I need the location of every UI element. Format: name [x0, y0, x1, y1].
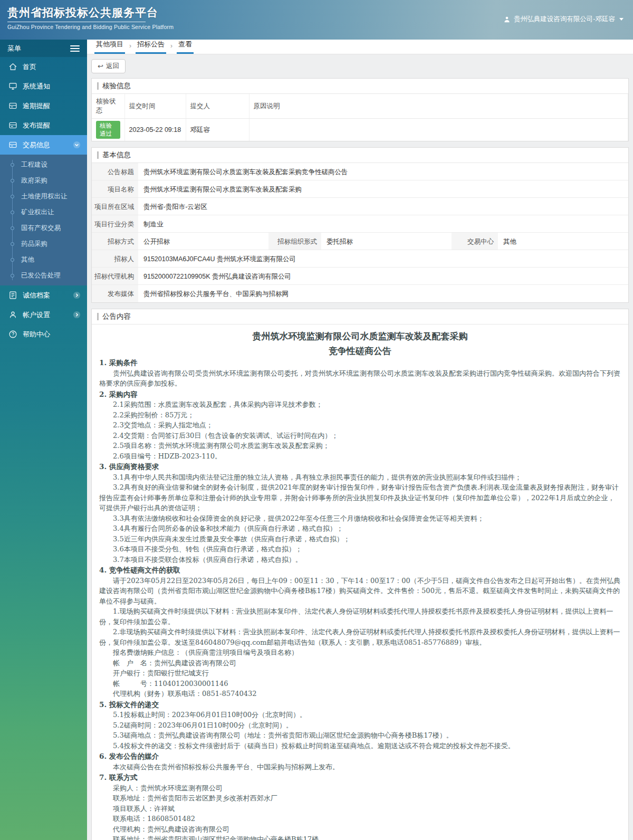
breadcrumb-item-view[interactable]: 查看 [177, 40, 194, 54]
doc-paragraph: 2.1采购范围：水质监测车改装及配套，具体采购内容详见技术参数； [99, 399, 621, 410]
card-icon [8, 121, 17, 130]
field-value: 91520103MA6J0FCA4U 贵州筑水环境监测有限公司 [138, 250, 628, 267]
verify-table-row: 核验通过 2023-05-22 09:18 邓廷容 [92, 119, 628, 141]
hamburger-icon[interactable] [70, 44, 80, 53]
sidebar-item-home[interactable]: 首页 [0, 57, 87, 77]
col-reason: 原因说明 [249, 94, 628, 119]
field-label: 项目行业分类 [92, 215, 138, 232]
doc-title-line1: 贵州筑水环境监测有限公司水质监测车改装及配套采购 [99, 330, 621, 342]
sidebar-item-help-center[interactable]: 帮助中心 [0, 324, 87, 344]
field-label: 发布媒体 [92, 285, 138, 302]
submenu-item-construction[interactable]: 工程建设 [0, 157, 87, 173]
announcement-panel-title: 公告内容 [102, 312, 131, 321]
verify-status-cell: 核验通过 [92, 119, 124, 141]
chevron-right-icon [73, 291, 81, 299]
app-window: 贵州省招标投标公共服务平台 GuiZhou Province Tendering… [0, 0, 633, 840]
submenu-item-land-use[interactable]: 土地使用权出让 [0, 188, 87, 204]
doc-paragraph: 联系电话：18608501482 [99, 814, 621, 824]
field-label: 招标代理机构 [92, 268, 138, 284]
list-icon [8, 291, 17, 300]
doc-paragraph: 3.7本项目不接受联合体投标（供应商自行承诺，格式自拟）。 [99, 555, 621, 565]
doc-section-heading: 6. 发布公告的媒介 [99, 751, 621, 762]
submenu-item-published-notices[interactable]: 已发公告处理 [0, 268, 87, 283]
field-label: 公告标题 [92, 163, 138, 180]
person-icon [8, 310, 17, 319]
field-value: 制造业 [138, 215, 628, 232]
top-header: 贵州省招标投标公共服务平台 GuiZhou Province Tendering… [0, 0, 633, 40]
card-icon [8, 140, 17, 149]
field-value: 贵州筑水环境监测有限公司水质监测车改装及配套采购竞争性磋商公告 [138, 163, 628, 180]
chevron-right-icon [73, 311, 81, 319]
doc-paragraph: 2.非现场购买磋商文件时须提供以下材料：营业执照副本复印件、法定代表人身份证明材… [99, 627, 621, 647]
field-row-industry: 项目行业分类 制造业 [92, 215, 628, 233]
back-button[interactable]: ↩ 返回 [91, 59, 126, 73]
verify-panel-header: 核验信息 [92, 79, 628, 94]
doc-paragraph: 3.6本项目不接受分包、转包（供应商自行承诺，格式自拟）； [99, 544, 621, 555]
submenu-item-gov-procurement[interactable]: 政府采购 [0, 173, 87, 188]
submenu-item-mining-rights[interactable]: 矿业权出让 [0, 204, 87, 220]
sidebar-item-overdue-reminder[interactable]: 逾期提醒 [0, 96, 87, 116]
chevron-down-icon [619, 18, 624, 21]
doc-paragraph: 请于2023年05月22日至2023年05月26日，每日上午09：00至11：3… [99, 576, 621, 607]
doc-paragraph: 联系地址：贵州省贵阳市观山湖区世纪金源购物中心商务楼B栋17楼 [99, 834, 621, 840]
field-value: 公开招标 [138, 233, 268, 250]
field-label: 项目名称 [92, 180, 138, 197]
sidebar: 菜单 首页 系统通知 逾期提醒 发布提醒 交易信息 [0, 40, 87, 840]
field-row-media: 发布媒体 贵州省招标投标公共服务平台、中国采购与招标网 [92, 285, 628, 302]
field-row-notice-title: 公告标题 贵州筑水环境监测有限公司水质监测车改装及配套采购竞争性磋商公告 [92, 163, 628, 180]
doc-paragraph: 5.3磋商地点：贵州弘典建设咨询有限公司（地址：贵州省贵阳市观山湖区世纪金源购物… [99, 730, 621, 741]
submenu-item-other[interactable]: 其他 [0, 252, 87, 268]
doc-paragraph: 采购人：贵州筑水环境监测有限公司 [99, 783, 621, 794]
doc-paragraph: 2.2采购控制价：85万元； [99, 410, 621, 421]
submenu-item-drug-procurement[interactable]: 药品采购 [0, 236, 87, 252]
field-value: 91520000722109905K 贵州弘典建设咨询有限公司 [138, 268, 628, 284]
sidebar-item-label: 交易信息 [23, 140, 73, 150]
field-label: 招标组织形式 [268, 233, 321, 250]
doc-section-heading: 1. 采购条件 [99, 358, 621, 368]
field-label: 交易中心 [452, 233, 498, 250]
verify-table: 核验状态 提交时间 提交人 原因说明 核验通过 2023-05-22 09:18… [92, 94, 628, 141]
breadcrumb-item-tender-notice[interactable]: 招标公告 [136, 40, 166, 54]
sidebar-item-label: 逾期提醒 [23, 101, 81, 111]
trade-info-submenu: 工程建设 政府采购 土地使用权出让 矿业权出让 国有产权交易 药品采购 其他 已… [0, 155, 87, 285]
sidebar-item-trade-info[interactable]: 交易信息 [0, 135, 87, 155]
sidebar-item-system-notice[interactable]: 系统通知 [0, 77, 87, 96]
doc-paragraph: 开户银行：贵阳银行世纪城支行 [99, 668, 621, 679]
doc-paragraph: 项目联系人：许祥斌 [99, 804, 621, 814]
sidebar-item-account-settings[interactable]: 帐户设置 [0, 305, 87, 324]
field-row-tenderee: 招标人 91520103MA6J0FCA4U 贵州筑水环境监测有限公司 [92, 250, 628, 268]
doc-paragraph: 代理机构：贵州弘典建设咨询有限公司 [99, 824, 621, 835]
verify-panel-title: 核验信息 [102, 81, 131, 91]
breadcrumb-item-other-projects[interactable]: 其他项目 [94, 40, 125, 54]
reason-cell [249, 119, 628, 141]
field-row-bid-method: 招标方式 公开招标 招标组织形式 委托招标 交易中心 其他 [92, 233, 628, 250]
back-button-label: 返回 [106, 62, 119, 71]
breadcrumb: 其他项目 › 招标公告 › 查看 [87, 40, 633, 54]
field-value: 其他 [498, 233, 628, 250]
doc-paragraph: 联系地址：贵州省贵阳市云岩区黔灵乡改茶村西郊水厂 [99, 793, 621, 804]
field-row-region: 项目所在区域 贵州省-贵阳市-云岩区 [92, 198, 628, 215]
doc-paragraph: 代理机构（财务）联系电话：0851-85740432 [99, 689, 621, 699]
announcement-document: 贵州筑水环境监测有限公司水质监测车改装及配套采购 竞争性磋商公告 1. 采购条件… [92, 324, 628, 840]
status-badge: 核验通过 [96, 121, 120, 139]
sidebar-item-label: 帮助中心 [23, 330, 81, 339]
toolbar: ↩ 返回 [87, 54, 633, 78]
home-icon [8, 62, 17, 71]
doc-paragraph: 2.3交货地点：采购人指定地点； [99, 420, 621, 431]
verify-table-header-row: 核验状态 提交时间 提交人 原因说明 [92, 94, 628, 119]
submenu-item-state-property[interactable]: 国有产权交易 [0, 220, 87, 236]
col-submitter: 提交人 [186, 94, 249, 119]
user-menu[interactable]: 贵州弘典建设咨询有限公司-邓廷容 [503, 15, 624, 24]
question-icon [8, 330, 17, 339]
doc-paragraph: 帐 号：11040120030001146 [99, 679, 621, 689]
sidebar-item-publish-reminder[interactable]: 发布提醒 [0, 116, 87, 135]
platform-subtitle: GuiZhou Province Tendering and Bidding P… [7, 24, 174, 30]
menu-header: 菜单 [0, 40, 87, 57]
doc-title-line2: 竞争性磋商公告 [99, 345, 621, 357]
sidebar-item-credit-archive[interactable]: 诚信档案 [0, 285, 87, 305]
section-bar [97, 151, 99, 159]
doc-section-heading: 4. 竞争性磋商文件的获取 [99, 565, 621, 576]
doc-paragraph: 2.6项目编号：HDZB-2023-110。 [99, 451, 621, 462]
doc-section-heading: 3. 供应商资格要求 [99, 462, 621, 472]
monitor-icon [8, 82, 17, 91]
